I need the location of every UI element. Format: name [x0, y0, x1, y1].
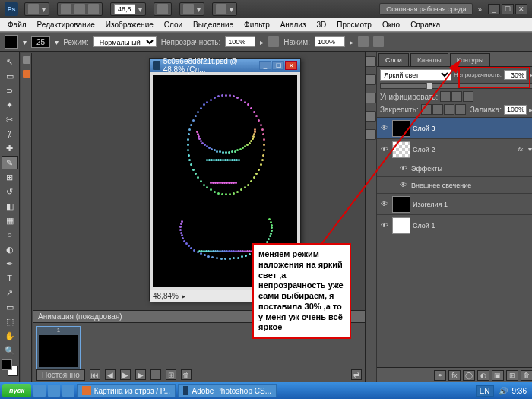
dock-styles-icon[interactable]: [366, 129, 376, 140]
flow-field[interactable]: [315, 36, 345, 47]
document-titlebar[interactable]: 5c0a6e8d8f21t.psd @ 48,8% (Сл... _ ☐ ✕: [150, 59, 300, 72]
layer-name[interactable]: Слой 2: [413, 146, 435, 154]
layer-thumbnail[interactable]: [392, 141, 410, 158]
adjustment-layer-button[interactable]: ◐: [477, 370, 489, 381]
new-frame-button[interactable]: ⊞: [166, 369, 176, 380]
loop-select[interactable]: Постоянно: [36, 369, 85, 381]
layer-row[interactable]: 👁 Слой 2 fx▾: [377, 139, 532, 160]
blur-tool[interactable]: ○: [2, 228, 18, 242]
view-extras-group[interactable]: [57, 2, 103, 16]
workspace-more-icon[interactable]: »: [477, 5, 482, 14]
opacity-field[interactable]: [225, 36, 255, 47]
tablet-opacity-icon[interactable]: [268, 36, 279, 47]
eyedropper-tool[interactable]: ⁒: [2, 127, 18, 141]
hand-tool[interactable]: ✋: [2, 329, 18, 343]
unify-style-icon[interactable]: [463, 91, 473, 102]
zoom-status[interactable]: 48,84%: [153, 292, 179, 300]
lasso-tool[interactable]: ⊃: [2, 84, 18, 97]
dock-color-icon[interactable]: [366, 93, 376, 103]
delete-frame-button[interactable]: 🗑: [181, 369, 192, 380]
quicklaunch-icon[interactable]: [48, 385, 60, 397]
crop-tool[interactable]: ✂: [2, 112, 18, 126]
layer-row[interactable]: 👁 Изогелия 1: [377, 194, 532, 215]
tool-preset-icon[interactable]: [5, 35, 18, 49]
gradient-tool[interactable]: ▦: [2, 214, 18, 227]
maximize-button[interactable]: ☐: [502, 4, 514, 14]
layer-name[interactable]: Слой 1: [413, 222, 435, 230]
bridge-group[interactable]: ▾: [24, 2, 49, 16]
workspace-switcher[interactable]: Основная рабочая среда: [379, 3, 473, 15]
menu-help[interactable]: Справка: [406, 19, 445, 30]
quicklaunch-icon[interactable]: [33, 385, 46, 397]
opacity-slider[interactable]: [380, 83, 532, 89]
doc-close-button[interactable]: ✕: [285, 61, 297, 70]
link-layers-button[interactable]: ⚭: [434, 370, 446, 381]
fill-field[interactable]: [504, 105, 527, 115]
history-brush-tool[interactable]: ↺: [2, 185, 18, 198]
mode-select[interactable]: Нормальный: [93, 36, 157, 47]
layer-effect-row[interactable]: 👁 Внешнее свечение: [377, 177, 532, 194]
menu-image[interactable]: Изображение: [101, 19, 158, 30]
layers-list[interactable]: 👁 Слой 3 👁 Слой 2 fx▾ 👁 Эффекты 👁 Внешне: [377, 118, 532, 367]
layer-style-button[interactable]: fx: [448, 370, 461, 381]
quicklaunch-icon[interactable]: [62, 385, 74, 397]
unify-visibility-icon[interactable]: [451, 91, 462, 102]
type-tool[interactable]: T: [2, 271, 18, 285]
heal-tool[interactable]: ✚: [2, 141, 18, 155]
taskbar-item[interactable]: Картина из страз / Р...: [77, 384, 176, 397]
eraser-tool[interactable]: ◧: [2, 199, 18, 213]
menu-layer[interactable]: Слои: [160, 19, 187, 30]
layer-thumbnail[interactable]: [392, 196, 410, 213]
prev-frame-button[interactable]: ◀: [105, 369, 116, 380]
lock-position-icon[interactable]: [444, 104, 454, 115]
menu-filter[interactable]: Фильтр: [239, 19, 274, 30]
path-tool[interactable]: ↗: [2, 286, 18, 299]
visibility-icon[interactable]: 👁: [398, 163, 409, 174]
pen-tool[interactable]: ✒: [2, 257, 18, 271]
tab-layers[interactable]: Слои: [378, 53, 409, 66]
dock-icon[interactable]: [23, 56, 30, 64]
visibility-icon[interactable]: 👁: [379, 220, 390, 231]
zoom-group[interactable]: 48,8▾: [110, 2, 146, 16]
layer-name[interactable]: Слой 3: [413, 125, 435, 132]
screen-mode-group[interactable]: ▾: [212, 2, 237, 16]
dock-history-icon[interactable]: [366, 56, 376, 67]
lock-transparency-icon[interactable]: [421, 104, 432, 115]
move-tool[interactable]: ↖: [2, 55, 18, 68]
menu-file[interactable]: Файл: [3, 19, 31, 30]
3d-tool[interactable]: ⬚: [2, 315, 18, 328]
first-frame-button[interactable]: ⏮: [90, 369, 100, 380]
new-layer-button[interactable]: ⊞: [506, 370, 518, 381]
menu-analysis[interactable]: Анализ: [276, 19, 311, 30]
brush-tool[interactable]: ✎: [2, 156, 18, 169]
visibility-icon[interactable]: 👁: [379, 123, 390, 134]
layer-thumbnail[interactable]: [392, 120, 410, 137]
minimize-button[interactable]: _: [488, 4, 500, 14]
menu-edit[interactable]: Редактирование: [33, 19, 100, 30]
layer-row[interactable]: 👁 Слой 1: [377, 215, 532, 236]
dock-swatches-icon[interactable]: [366, 111, 376, 122]
layer-name[interactable]: Изогелия 1: [413, 201, 448, 208]
clock[interactable]: 9:36: [512, 387, 527, 395]
layer-row[interactable]: 👁 Слой 3: [377, 118, 532, 139]
language-indicator[interactable]: EN: [476, 385, 494, 397]
hand-group[interactable]: [154, 2, 172, 16]
shape-tool[interactable]: ▭: [2, 300, 18, 314]
layer-mask-button[interactable]: ◯: [463, 370, 475, 381]
visibility-icon[interactable]: 👁: [398, 180, 409, 191]
lock-pixels-icon[interactable]: [432, 104, 443, 115]
airbrush-icon[interactable]: [358, 36, 369, 47]
opacity-flyout-icon[interactable]: ▸: [529, 71, 532, 79]
lock-all-icon[interactable]: [455, 104, 466, 115]
start-button[interactable]: пуск: [2, 384, 31, 397]
zoom-tool[interactable]: 🔍: [2, 344, 18, 357]
blend-mode-select[interactable]: Яркий свет: [380, 69, 451, 81]
play-button[interactable]: ▶: [120, 369, 131, 380]
close-button[interactable]: ✕: [515, 4, 527, 14]
tab-channels[interactable]: Каналы: [410, 53, 448, 66]
tablet-size-icon[interactable]: [373, 36, 384, 47]
visibility-icon[interactable]: 👁: [379, 144, 390, 155]
unify-position-icon[interactable]: [440, 91, 451, 102]
tab-paths[interactable]: Контуры: [450, 53, 490, 66]
brush-size[interactable]: 25: [31, 36, 50, 48]
